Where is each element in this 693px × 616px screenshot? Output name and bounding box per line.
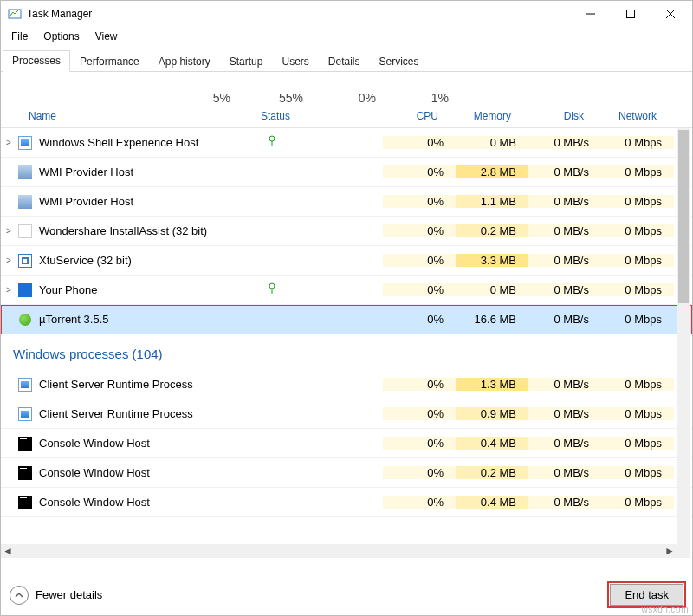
leaf-icon (266, 135, 278, 150)
scroll-right-icon[interactable]: ► (663, 544, 677, 558)
process-grid: ︿ 5% 55% 0% 1% Name Status CPU Memory Di… (1, 81, 692, 558)
cell-cpu: 0% (383, 313, 456, 326)
app-icon (8, 7, 22, 21)
expand-toggle[interactable]: > (1, 226, 16, 236)
column-status[interactable]: Status (261, 110, 378, 122)
cell-disk: 0 MB/s (528, 466, 601, 479)
tab-strip: Processes Performance App history Startu… (1, 49, 692, 72)
tab-startup[interactable]: Startup (220, 51, 273, 72)
process-name: Wondershare InstallAssist (32 bit) (39, 224, 266, 237)
process-icon (18, 466, 32, 480)
cell-cpu: 0% (383, 224, 456, 237)
cell-net: 0 Mbps (601, 195, 674, 208)
tab-app-history[interactable]: App history (149, 51, 220, 72)
process-icon (18, 378, 32, 392)
network-usage-header[interactable]: 1% (388, 91, 461, 105)
cpu-usage-header[interactable]: 5% (170, 91, 243, 105)
tab-users[interactable]: Users (272, 51, 318, 72)
cell-mem: 3.3 MB (456, 254, 528, 267)
group-header: Windows processes (104) (1, 334, 692, 370)
table-row[interactable]: Console Window Host0%0.2 MB0 MB/s0 Mbps (1, 458, 692, 488)
process-icon (18, 136, 32, 150)
cell-cpu: 0% (383, 165, 456, 178)
process-name: Client Server Runtime Process (39, 407, 266, 420)
cell-net: 0 Mbps (601, 437, 674, 450)
expand-toggle[interactable]: > (1, 256, 16, 265)
scroll-left-icon[interactable]: ◄ (1, 544, 15, 558)
process-name: Console Window Host (39, 496, 266, 509)
expand-toggle[interactable]: > (1, 138, 16, 147)
tab-processes[interactable]: Processes (3, 50, 70, 72)
cell-mem: 0.2 MB (456, 224, 528, 237)
vertical-scrollbar[interactable] (677, 128, 690, 558)
cell-net: 0 Mbps (601, 378, 674, 391)
table-row[interactable]: >Wondershare InstallAssist (32 bit)0%0.2… (1, 217, 692, 246)
process-rows: >Windows Shell Experience Host0%0 MB0 MB… (1, 128, 692, 558)
cell-net: 0 Mbps (601, 407, 674, 420)
column-memory[interactable]: Memory (450, 110, 523, 122)
cell-cpu: 0% (383, 466, 456, 479)
cell-disk: 0 MB/s (528, 378, 601, 391)
cell-mem: 0.4 MB (456, 496, 528, 509)
process-icon (18, 254, 32, 268)
table-row[interactable]: >Your Phone0%0 MB0 MB/s0 Mbps (1, 276, 692, 305)
cell-cpu: 0% (383, 254, 456, 267)
cell-disk: 0 MB/s (528, 165, 601, 178)
cell-disk: 0 MB/s (528, 254, 601, 267)
minimize-button[interactable] (571, 1, 611, 27)
maximize-button[interactable] (611, 1, 651, 27)
process-icon (18, 224, 32, 238)
tab-details[interactable]: Details (319, 51, 370, 72)
process-name: µTorrent 3.5.5 (39, 313, 266, 326)
scrollbar-thumb[interactable] (678, 130, 689, 303)
table-row[interactable]: Console Window Host0%0.4 MB0 MB/s0 Mbps (1, 429, 692, 458)
table-row[interactable]: >Windows Shell Experience Host0%0 MB0 MB… (1, 128, 692, 158)
table-row[interactable]: >XtuService (32 bit)0%3.3 MB0 MB/s0 Mbps (1, 246, 692, 276)
cell-cpu: 0% (383, 136, 456, 149)
column-disk[interactable]: Disk (523, 110, 596, 122)
cell-net: 0 Mbps (601, 224, 674, 237)
tab-performance[interactable]: Performance (70, 51, 149, 72)
sort-indicator-icon: ︿ (0, 90, 53, 105)
chevron-up-icon (10, 586, 29, 605)
column-network[interactable]: Network (596, 110, 669, 122)
fewer-details-label: Fewer details (36, 588, 102, 601)
cell-net: 0 Mbps (601, 136, 674, 149)
table-row[interactable]: Client Server Runtime Process0%0.9 MB0 M… (1, 399, 692, 429)
cell-disk: 0 MB/s (528, 407, 601, 420)
menu-view[interactable]: View (88, 29, 125, 44)
cell-cpu: 0% (383, 195, 456, 208)
cell-disk: 0 MB/s (528, 224, 601, 237)
cell-net: 0 Mbps (601, 466, 674, 479)
disk-usage-header[interactable]: 0% (315, 91, 388, 105)
cell-mem: 0.4 MB (456, 437, 528, 450)
column-headers: ︿ 5% 55% 0% 1% Name Status CPU Memory Di… (1, 81, 692, 128)
close-button[interactable] (651, 1, 690, 27)
menu-options[interactable]: Options (36, 29, 86, 44)
cell-disk: 0 MB/s (528, 136, 601, 149)
table-row[interactable]: µTorrent 3.5.50%16.6 MB0 MB/s0 Mbps (1, 305, 692, 334)
expand-toggle[interactable]: > (1, 285, 16, 295)
cell-mem: 16.6 MB (456, 313, 528, 326)
column-name[interactable]: Name (1, 110, 261, 122)
horizontal-scrollbar[interactable]: ◄ ► (1, 544, 677, 558)
end-task-button[interactable]: End task (610, 584, 683, 606)
svg-rect-2 (627, 10, 635, 18)
process-name: Client Server Runtime Process (39, 378, 266, 391)
footer: Fewer details End task (1, 574, 692, 615)
svg-point-5 (269, 136, 275, 141)
menu-file[interactable]: File (4, 29, 35, 44)
column-cpu[interactable]: CPU (378, 110, 450, 122)
cell-net: 0 Mbps (601, 165, 674, 178)
fewer-details-button[interactable]: Fewer details (10, 586, 102, 605)
table-row[interactable]: Client Server Runtime Process0%1.3 MB0 M… (1, 370, 692, 399)
watermark: wsxdn.com (641, 605, 689, 614)
cell-mem: 0.2 MB (456, 466, 528, 479)
cell-cpu: 0% (383, 496, 456, 509)
table-row[interactable]: WMI Provider Host0%1.1 MB0 MB/s0 Mbps (1, 187, 692, 217)
tab-services[interactable]: Services (370, 51, 429, 72)
table-row[interactable]: WMI Provider Host0%2.8 MB0 MB/s0 Mbps (1, 158, 692, 187)
memory-usage-header[interactable]: 55% (243, 91, 315, 105)
cell-disk: 0 MB/s (528, 283, 601, 296)
table-row[interactable]: Console Window Host0%0.4 MB0 MB/s0 Mbps (1, 488, 692, 517)
